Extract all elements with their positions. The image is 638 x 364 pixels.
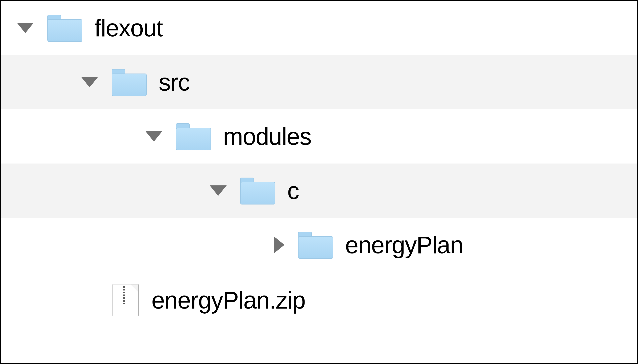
tree-item-label: src [159, 68, 190, 96]
folder-icon [298, 232, 332, 258]
chevron-down-icon[interactable] [81, 77, 98, 88]
tree-item-label: energyPlan.zip [152, 286, 305, 314]
folder-icon [240, 178, 274, 204]
tree-row-energyplan[interactable]: energyPlan [1, 218, 637, 272]
folder-icon [176, 123, 210, 150]
tree-row-energyplan-zip[interactable]: energyPlan.zip [1, 272, 637, 328]
folder-icon [48, 15, 82, 41]
chevron-right-icon[interactable] [274, 236, 284, 253]
tree-item-label: modules [223, 122, 311, 150]
tree-row-src[interactable]: src [1, 55, 637, 109]
tree-row-flexout[interactable]: flexout [1, 1, 637, 55]
chevron-down-icon[interactable] [17, 23, 34, 33]
chevron-down-icon[interactable] [210, 186, 226, 196]
chevron-down-icon[interactable] [146, 131, 162, 142]
tree-row-c[interactable]: c [1, 164, 637, 218]
tree-item-label: flexout [94, 14, 163, 42]
tree-row-modules[interactable]: modules [1, 109, 637, 164]
tree-item-label: c [287, 177, 299, 204]
zip-file-icon [112, 284, 138, 316]
folder-icon [112, 69, 146, 95]
file-tree: flexout src modules c energyPlan energyP… [0, 0, 638, 364]
tree-item-label: energyPlan [345, 231, 463, 259]
